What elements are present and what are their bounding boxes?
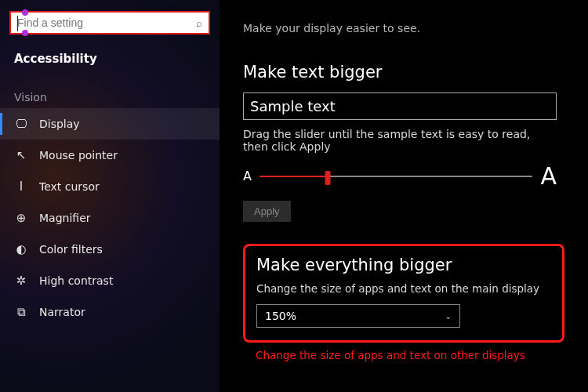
narrator-icon: ⧉ [14, 305, 28, 319]
everything-bigger-desc: Change the size of apps and text on the … [256, 282, 551, 295]
sidebar-item-color-filters[interactable]: ◐ Color filters [0, 234, 220, 265]
pointer-icon: ↖ [14, 148, 28, 162]
other-displays-link[interactable]: Change the size of apps and text on othe… [243, 349, 564, 361]
page-subtitle: Make your display easier to see. [243, 22, 564, 34]
contrast-icon: ✲ [14, 274, 28, 288]
scale-value: 150% [265, 310, 296, 322]
search-field[interactable] [17, 16, 196, 29]
display-icon: 🖵 [14, 117, 28, 131]
selection-handle [22, 30, 28, 36]
sidebar-item-narrator[interactable]: ⧉ Narrator [0, 296, 220, 328]
sidebar-item-label: Mouse pointer [39, 149, 118, 162]
sidebar-group-vision: Vision [0, 72, 220, 108]
chevron-down-icon: ⌄ [445, 312, 452, 321]
search-input[interactable]: ⌕ [9, 11, 210, 34]
apply-button[interactable]: Apply [243, 201, 291, 222]
text-size-slider[interactable] [260, 169, 533, 184]
main-panel: Make your display easier to see. Make te… [220, 0, 588, 392]
sidebar-item-text-cursor[interactable]: I Text cursor [0, 171, 220, 202]
sidebar-item-label: Magnifier [39, 212, 91, 224]
sidebar-item-label: Color filters [39, 243, 103, 256]
cursor-icon: I [14, 180, 28, 194]
sidebar-item-mouse-pointer[interactable]: ↖ Mouse pointer [0, 140, 220, 171]
sidebar-title: Accessibility [0, 34, 220, 72]
sidebar-item-label: Display [39, 118, 80, 130]
heading-make-everything-bigger: Make everything bigger [256, 256, 551, 274]
slider-fill [260, 176, 328, 177]
search-icon: ⌕ [196, 17, 202, 29]
sample-text-box: Sample text [243, 93, 557, 120]
magnifier-icon: ⊕ [14, 211, 28, 225]
selection-handle [22, 9, 28, 16]
sidebar-item-label: Narrator [39, 306, 85, 318]
heading-make-text-bigger: Make text bigger [243, 63, 564, 82]
sidebar-item-label: Text cursor [39, 180, 100, 193]
color-filters-icon: ◐ [14, 242, 28, 256]
sidebar-item-label: High contrast [39, 274, 113, 287]
big-a-label: A [540, 162, 557, 190]
make-everything-bigger-section: Make everything bigger Change the size o… [243, 244, 564, 343]
small-a-label: A [243, 169, 252, 183]
sidebar-item-magnifier[interactable]: ⊕ Magnifier [0, 202, 220, 234]
scale-dropdown[interactable]: 150% ⌄ [256, 304, 460, 328]
sidebar: ⌕ Accessibility Vision 🖵 Display ↖ Mouse… [0, 0, 220, 392]
text-caret [17, 16, 18, 31]
slider-thumb[interactable] [325, 171, 331, 185]
sidebar-item-display[interactable]: 🖵 Display [0, 108, 220, 140]
slider-hint: Drag the slider until the sample text is… [243, 128, 557, 153]
text-size-slider-row: A A [243, 162, 557, 190]
sidebar-item-high-contrast[interactable]: ✲ High contrast [0, 265, 220, 296]
